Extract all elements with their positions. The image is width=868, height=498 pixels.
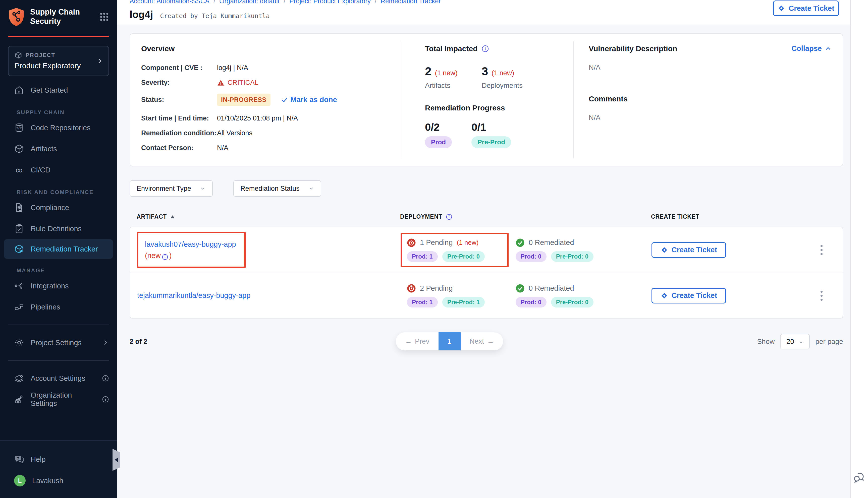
column-header-artifact: ARTIFACT: [130, 213, 393, 220]
breadcrumb-account-link[interactable]: Account: Automation-SSCA: [130, 0, 209, 5]
module-grid-icon[interactable]: [99, 12, 109, 22]
sidebar-item-label: Organization Settings: [31, 391, 95, 408]
artifact-link[interactable]: lavakush07/easy-buggy-app: [145, 240, 236, 248]
prod-count-badge: Prod: 1: [407, 297, 438, 307]
pending-count: 1 Pending: [420, 238, 453, 247]
page-size-select[interactable]: 20: [780, 334, 810, 350]
pending-timer-icon: [407, 284, 416, 293]
prod-progress-value: 0/2: [425, 121, 452, 133]
user-name: Lavakush: [32, 477, 63, 485]
breadcrumb-project-link[interactable]: Project: Product Exploratory: [289, 0, 371, 5]
comments-value: N/A: [589, 114, 831, 122]
create-ticket-button-row[interactable]: Create Ticket: [651, 288, 726, 303]
table-row: tejakummarikuntla/easy-buggy-app 2 Pendi…: [130, 273, 843, 318]
remediation-status-filter[interactable]: Remediation Status: [233, 180, 321, 197]
nav-section-manage: MANAGE: [16, 267, 117, 274]
svg-text:?: ?: [17, 456, 19, 460]
sidebar-item-remediation-tracker[interactable]: Remediation Tracker: [4, 239, 113, 259]
artifact-new-tag: (new): [145, 250, 172, 261]
row-actions-menu[interactable]: [819, 289, 824, 302]
right-rail: [850, 0, 868, 498]
remediated-cell: 0 Remediated Prod: 0 Pre-Prod: 0: [509, 284, 645, 307]
remediation-condition-label: Remediation condition:: [141, 129, 217, 137]
artifact-annotation-box: lavakush07/easy-buggy-app (new): [137, 232, 246, 268]
sidebar-item-help[interactable]: ? Help: [0, 449, 117, 469]
create-ticket-cell: Create Ticket: [645, 242, 785, 258]
sidebar-item-label: CI/CD: [31, 166, 51, 174]
sidebar-item-code-repositories[interactable]: </> Code Repositories: [0, 117, 117, 138]
info-icon[interactable]: [481, 45, 489, 52]
sidebar-item-rule-definitions[interactable]: Rule Definitions: [0, 218, 117, 239]
sidebar-item-label: Help: [31, 455, 46, 463]
contact-person-value: N/A: [217, 144, 228, 152]
chevron-down-icon: [308, 185, 314, 192]
remediation-condition-value: All Versions: [217, 129, 252, 137]
sidebar-item-label: Account Settings: [31, 374, 86, 382]
create-ticket-button-header[interactable]: Create Ticket: [773, 0, 839, 16]
brand-header: Supply Chain Security: [0, 0, 117, 32]
sidebar-item-account-settings[interactable]: Account Settings: [0, 368, 117, 389]
overview-card: Overview Component | CVE : log4j | N/A S…: [130, 34, 843, 167]
chevron-up-icon: [825, 45, 831, 52]
sidebar-item-organization-settings[interactable]: Organization Settings: [0, 389, 117, 410]
status-badge: IN-PROGRESS: [217, 94, 271, 106]
info-icon[interactable]: [102, 396, 109, 403]
sort-ascending-icon[interactable]: [170, 215, 175, 218]
sidebar-item-cicd[interactable]: ∞ CI/CD: [0, 159, 117, 181]
info-icon[interactable]: [102, 375, 109, 382]
time-value: 01/10/2025 01:08 pm | N/A: [217, 115, 298, 122]
sidebar-item-pipelines[interactable]: Pipelines: [0, 297, 117, 317]
sidebar-item-integrations[interactable]: Integrations: [0, 275, 117, 297]
vulnerability-description-heading: Vulnerability Description: [589, 44, 677, 53]
user-avatar: L: [14, 475, 26, 486]
show-label: Show: [757, 338, 775, 346]
mark-as-done-button[interactable]: Mark as done: [281, 96, 337, 104]
pagination-summary: 2 of 2: [130, 338, 147, 346]
project-selector[interactable]: PROJECT Product Exploratory: [8, 46, 109, 76]
code-repository-icon: </>: [14, 123, 24, 133]
remediation-progress-heading: Remediation Progress: [425, 104, 573, 112]
deployment-cell: 2 Pending Prod: 1 Pre-Prod: 1: [393, 279, 509, 313]
project-cube-icon: [15, 51, 22, 59]
environment-type-filter[interactable]: Environment Type: [130, 180, 213, 197]
page-number-active[interactable]: 1: [439, 332, 461, 350]
collapse-button[interactable]: Collapse: [791, 44, 831, 53]
nav-section-supply-chain: SUPPLY CHAIN: [16, 109, 117, 116]
preprod-progress-group: 0/1 Pre-Prod: [471, 121, 511, 148]
time-label: Start time | End time:: [141, 115, 217, 122]
ticket-diamond-icon: [661, 292, 668, 300]
next-page-button[interactable]: Next →: [461, 332, 503, 350]
impacted-deployments-count: 3: [482, 65, 488, 78]
collapse-arrow-icon: [115, 458, 118, 462]
create-ticket-button-row[interactable]: Create Ticket: [651, 242, 726, 258]
sidebar-item-get-started[interactable]: Get Started: [0, 80, 117, 101]
details-column: Vulnerability Description Collapse N/A C…: [574, 34, 843, 166]
breadcrumb-organization-link[interactable]: Organization: default: [219, 0, 280, 5]
layers-gear-icon: [14, 373, 24, 383]
remediated-count: 0 Remediated: [529, 238, 574, 247]
prod-count-badge: Prod: 1: [407, 251, 438, 262]
sidebar-item-project-settings[interactable]: Project Settings: [0, 332, 117, 353]
row-actions-menu[interactable]: [819, 244, 824, 257]
status-label: Status:: [141, 96, 217, 104]
sidebar-item-compliance[interactable]: Compliance: [0, 197, 117, 218]
comments-heading: Comments: [589, 95, 831, 103]
sidebar-item-user-profile[interactable]: L Lavakush: [0, 469, 117, 492]
prev-page-button[interactable]: ← Prev: [396, 332, 439, 350]
preprod-count-badge: Pre-Prod: 0: [442, 251, 485, 262]
info-icon[interactable]: [162, 252, 168, 259]
sidebar-item-artifacts[interactable]: Artifacts: [0, 138, 117, 159]
vulnerability-description-value: N/A: [589, 64, 831, 71]
remediated-check-icon: [516, 284, 525, 293]
sidebar-item-label: Project Settings: [31, 339, 82, 347]
remediated-count: 0 Remediated: [529, 284, 574, 292]
remediation-box-icon: [14, 244, 24, 254]
sidebar-collapse-handle[interactable]: [113, 449, 120, 471]
nav-divider: [8, 360, 109, 361]
preprod-badge: Pre-Prod: [471, 136, 511, 148]
document-search-icon: [14, 202, 24, 213]
artifact-link[interactable]: tejakummarikuntla/easy-buggy-app: [137, 291, 250, 300]
breadcrumb-current-link[interactable]: Remediation Tracker: [380, 0, 441, 5]
info-icon[interactable]: [446, 214, 452, 220]
support-chat-icon[interactable]: [853, 470, 866, 483]
